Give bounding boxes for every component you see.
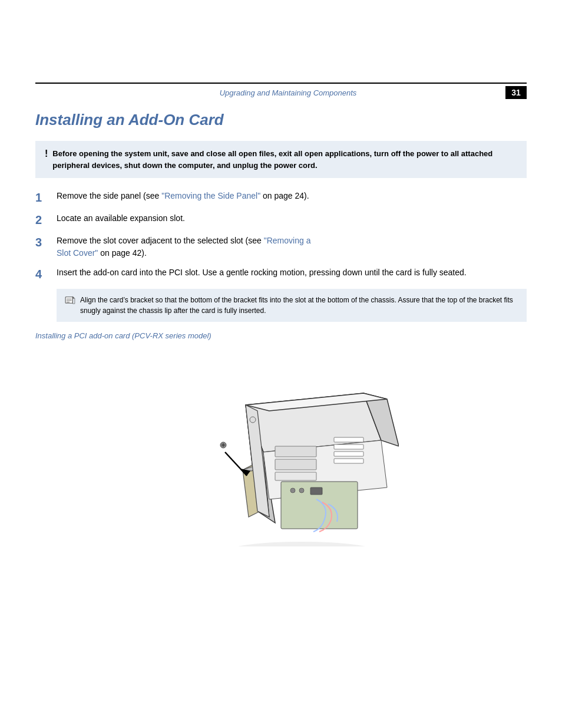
step-1-text: Remove the side panel (see "Removing the… (57, 190, 527, 202)
svg-rect-16 (275, 472, 316, 480)
step-4-number: 4 (35, 266, 57, 282)
illustration-container (35, 346, 527, 546)
svg-rect-12 (334, 452, 363, 456)
step-3-link[interactable]: "Removing aSlot Cover" (57, 236, 310, 258)
page-number: 31 (505, 86, 527, 99)
step-2-number: 2 (35, 212, 57, 228)
step-2: 2 Locate an available expansion slot. (35, 212, 527, 228)
header-bar: Upgrading and Maintaining Components 31 (35, 83, 527, 99)
warning-icon: ! (45, 149, 48, 159)
svg-point-4 (225, 542, 378, 546)
step-1: 1 Remove the side panel (see "Removing t… (35, 190, 527, 205)
chapter-title: Upgrading and Maintaining Components (35, 88, 505, 97)
step-3: 3 Remove the slot cover adjacent to the … (35, 235, 527, 259)
page: Upgrading and Maintaining Components 31 … (0, 83, 562, 728)
main-content: Installing an Add-On Card ! Before openi… (35, 111, 527, 546)
computer-illustration (163, 346, 399, 546)
svg-rect-14 (275, 446, 316, 457)
step-3-number: 3 (35, 235, 57, 250)
image-caption: Installing a PCI add-on card (PCV-RX ser… (35, 331, 527, 340)
step-4-text: Insert the add-on card into the PCI slot… (57, 266, 527, 279)
svg-rect-13 (334, 459, 363, 463)
step-2-text: Locate an available expansion slot. (57, 212, 527, 225)
svg-point-19 (299, 488, 304, 493)
svg-line-23 (225, 452, 247, 476)
svg-point-18 (290, 488, 295, 493)
step-1-link[interactable]: "Removing the Side Panel" (161, 191, 260, 200)
svg-rect-10 (334, 437, 363, 442)
note-icon (65, 296, 75, 306)
step-3-text: Remove the slot cover adjacent to the se… (57, 235, 527, 259)
warning-box: ! Before opening the system unit, save a… (35, 141, 527, 178)
svg-rect-15 (275, 459, 316, 470)
note-text: Align the card’s bracket so that the bot… (80, 295, 518, 316)
svg-point-30 (250, 417, 256, 423)
note-box: Align the card’s bracket so that the bot… (57, 289, 527, 322)
warning-text: Before opening the system unit, save and… (52, 148, 517, 171)
svg-rect-20 (310, 487, 322, 495)
step-4: 4 Insert the add-on card into the PCI sl… (35, 266, 527, 282)
steps-list: 1 Remove the side panel (see "Removing t… (35, 190, 527, 282)
section-title: Installing an Add-On Card (35, 111, 527, 129)
svg-rect-11 (334, 444, 363, 449)
step-1-number: 1 (35, 190, 57, 205)
